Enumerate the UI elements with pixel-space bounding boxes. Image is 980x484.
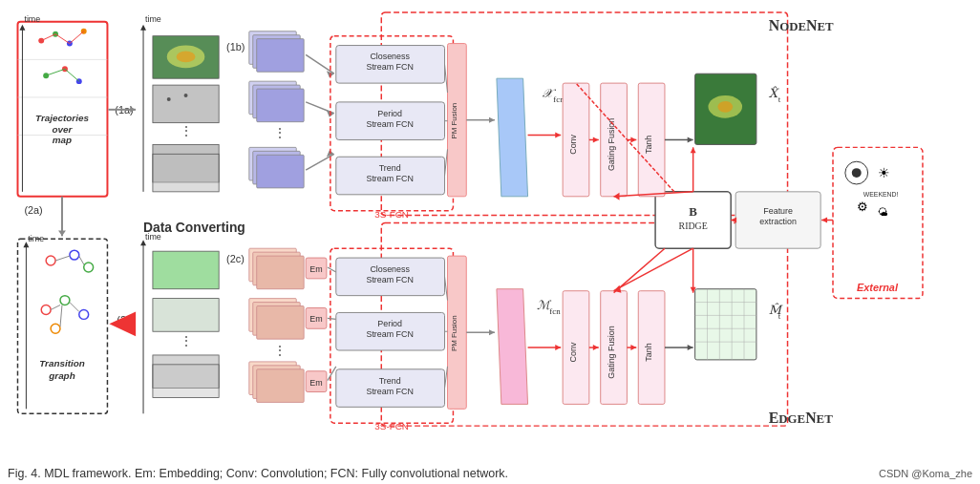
caption-area: Fig. 4. MDL framework. Em: Embedding; Co… — [8, 467, 972, 480]
svg-rect-143 — [153, 251, 219, 289]
svg-marker-14 — [19, 25, 25, 31]
svg-text:RIDGE: RIDGE — [679, 221, 708, 231]
svg-rect-166 — [257, 369, 304, 403]
svg-line-172 — [328, 318, 336, 319]
svg-text:3S-FCN: 3S-FCN — [374, 209, 409, 220]
svg-text:Tanh: Tanh — [644, 343, 653, 361]
svg-marker-189 — [489, 329, 495, 335]
svg-line-129 — [51, 305, 60, 310]
svg-text:Closeness: Closeness — [370, 52, 410, 61]
svg-point-126 — [60, 296, 70, 305]
svg-rect-48 — [257, 155, 304, 188]
svg-text:Conv: Conv — [568, 342, 578, 362]
svg-text:Em: Em — [309, 378, 322, 388]
svg-text:Stream FCN: Stream FCN — [366, 119, 413, 129]
svg-rect-116 — [17, 239, 107, 413]
caption-text: Fig. 4. MDL framework. Em: Embedding; Co… — [8, 467, 508, 480]
svg-marker-95 — [555, 133, 561, 138]
svg-marker-136 — [58, 230, 66, 236]
svg-line-221 — [614, 248, 665, 292]
svg-text:graph: graph — [48, 370, 75, 381]
svg-text:⋮: ⋮ — [273, 125, 287, 140]
edgenet-label: EDGENET — [769, 410, 833, 426]
svg-text:Period: Period — [377, 319, 402, 328]
svg-text:B: B — [689, 205, 697, 219]
svg-text:Trend: Trend — [379, 376, 401, 386]
svg-text:time: time — [28, 234, 44, 243]
main-container: NODENET EDGENET time Traje — [0, 0, 980, 484]
svg-text:M̂: M̂ — [769, 303, 783, 317]
svg-marker-72 — [489, 117, 495, 123]
svg-point-125 — [41, 305, 51, 315]
svg-marker-91 — [821, 218, 827, 223]
svg-text:⋮: ⋮ — [273, 343, 287, 358]
svg-text:(1b): (1b) — [226, 41, 245, 53]
svg-text:PM Fusion: PM Fusion — [450, 315, 458, 351]
svg-marker-107 — [688, 137, 693, 142]
svg-marker-202 — [630, 345, 636, 350]
svg-line-173 — [328, 367, 336, 381]
svg-text:⋮: ⋮ — [180, 333, 193, 348]
svg-line-131 — [60, 305, 62, 327]
svg-rect-29 — [153, 85, 219, 123]
svg-rect-145 — [153, 299, 219, 332]
svg-rect-44 — [257, 89, 304, 122]
svg-marker-73 — [497, 78, 528, 197]
svg-text:time: time — [24, 14, 40, 24]
svg-rect-2 — [17, 22, 107, 197]
svg-line-123 — [55, 256, 70, 261]
svg-text:Gating Fusion: Gating Fusion — [607, 326, 616, 378]
svg-text:🌤: 🌤 — [878, 206, 888, 218]
svg-point-28 — [177, 51, 196, 62]
caption-credit: CSDN @Koma_zhe — [879, 468, 972, 479]
svg-marker-99 — [593, 137, 599, 142]
svg-text:time: time — [145, 14, 161, 24]
svg-point-6 — [38, 38, 44, 44]
svg-point-127 — [79, 309, 89, 319]
svg-text:Stream FCN: Stream FCN — [366, 329, 413, 339]
svg-marker-223 — [691, 147, 696, 153]
svg-rect-150 — [153, 365, 219, 398]
svg-point-121 — [70, 250, 79, 260]
svg-text:map: map — [53, 135, 72, 145]
svg-line-130 — [70, 303, 79, 312]
svg-text:Conv: Conv — [568, 134, 578, 154]
svg-marker-194 — [555, 345, 561, 350]
svg-marker-103 — [630, 137, 636, 142]
svg-point-32 — [184, 94, 188, 97]
svg-text:Stream FCN: Stream FCN — [366, 174, 413, 183]
svg-text:t: t — [778, 95, 781, 104]
svg-text:3S-FCN: 3S-FCN — [374, 421, 409, 431]
svg-text:Stream FCN: Stream FCN — [366, 275, 413, 284]
svg-rect-160 — [257, 306, 304, 340]
svg-text:Stream FCN: Stream FCN — [366, 62, 413, 72]
svg-marker-206 — [688, 345, 693, 350]
svg-point-122 — [84, 263, 94, 272]
diagram-area: NODENET EDGENET time Traje — [8, 8, 972, 437]
svg-marker-93 — [731, 218, 736, 223]
svg-rect-207 — [695, 289, 756, 360]
svg-text:⚙: ⚙ — [857, 200, 868, 214]
nodenet-label: NODENET — [769, 17, 834, 33]
svg-line-171 — [328, 267, 336, 272]
svg-text:⋮: ⋮ — [180, 123, 193, 138]
svg-rect-36 — [153, 154, 219, 192]
svg-text:Em: Em — [309, 264, 322, 274]
svg-point-110 — [717, 101, 733, 113]
svg-line-124 — [79, 256, 84, 264]
svg-point-31 — [167, 97, 171, 101]
svg-text:☀: ☀ — [878, 165, 890, 180]
svg-text:Tanh: Tanh — [644, 136, 653, 154]
svg-point-120 — [46, 256, 55, 265]
svg-text:Closeness: Closeness — [370, 264, 410, 274]
svg-text:(2c): (2c) — [226, 253, 245, 264]
svg-text:WEEKEND!: WEEKEND! — [863, 191, 899, 198]
svg-text:Transition: Transition — [39, 358, 85, 368]
svg-text:Stream FCN: Stream FCN — [366, 387, 413, 396]
svg-text:(2a): (2a) — [24, 204, 42, 216]
svg-rect-155 — [257, 256, 304, 289]
svg-text:Trajectories: Trajectories — [35, 113, 89, 123]
svg-marker-23 — [140, 25, 146, 31]
svg-text:extraction: extraction — [759, 217, 797, 226]
svg-text:time: time — [145, 232, 161, 242]
